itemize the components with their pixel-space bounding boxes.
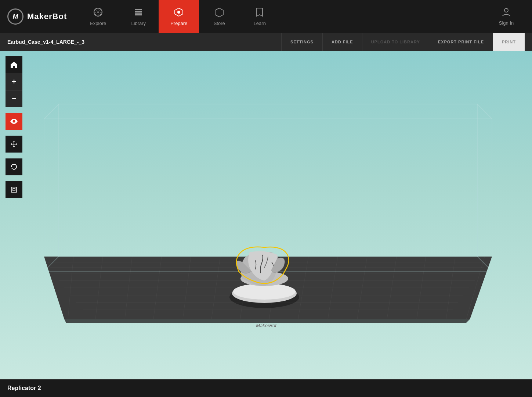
sign-in-button[interactable]: Sign In xyxy=(488,0,525,33)
box-left-face xyxy=(44,104,59,271)
move-icon xyxy=(10,140,18,148)
logo-area[interactable]: M MakerBot xyxy=(7,8,67,25)
svg-line-9 xyxy=(100,9,101,10)
nav-learn[interactable]: Learn xyxy=(239,0,280,33)
svg-point-17 xyxy=(504,8,508,12)
svg-line-6 xyxy=(95,9,97,10)
logo-icon: M xyxy=(7,8,23,25)
floor-grid xyxy=(44,257,492,319)
model-detail-2 xyxy=(264,257,268,268)
box-right-face xyxy=(477,104,492,271)
settings-button[interactable]: SETTINGS xyxy=(281,33,322,51)
svg-point-42 xyxy=(13,120,15,123)
sign-in-label: Sign In xyxy=(499,20,514,26)
svg-line-39 xyxy=(417,257,426,319)
svg-line-41 xyxy=(466,257,485,319)
zoom-in-button[interactable]: + xyxy=(6,73,22,90)
svg-line-33 xyxy=(240,257,250,319)
printer-name: Replicator 2 xyxy=(7,385,41,391)
model-shadow xyxy=(229,286,299,308)
move-button[interactable] xyxy=(6,136,22,153)
3d-viewport[interactable]: MakerBot + − xyxy=(0,51,532,379)
svg-point-1 xyxy=(97,11,99,13)
svg-line-35 xyxy=(298,257,308,319)
home-view-button[interactable] xyxy=(6,56,22,73)
model-body-base xyxy=(240,271,288,286)
library-label: Library xyxy=(131,21,146,26)
upload-library-button[interactable]: UPLOAD TO LIBRARY xyxy=(362,33,429,51)
svg-line-36 xyxy=(328,257,338,319)
svg-line-34 xyxy=(269,257,279,319)
model-body-light xyxy=(248,251,278,280)
watermark: MakerBot xyxy=(256,323,277,328)
status-bar: Replicator 2 xyxy=(0,379,532,397)
learn-icon xyxy=(255,7,264,18)
box-top-face xyxy=(44,104,492,119)
model-detail-3 xyxy=(255,260,256,269)
model-detail-1 xyxy=(260,255,263,273)
rotate-icon xyxy=(10,163,18,171)
library-icon xyxy=(134,7,143,18)
svg-rect-10 xyxy=(135,9,142,10)
svg-marker-43 xyxy=(11,141,17,147)
add-file-button[interactable]: ADD FILE xyxy=(322,33,362,51)
svg-rect-46 xyxy=(13,189,15,191)
eye-icon xyxy=(10,118,18,124)
view-controls: + − xyxy=(6,56,22,107)
svg-line-28 xyxy=(95,257,103,319)
svg-rect-45 xyxy=(11,187,17,192)
svg-line-32 xyxy=(211,257,220,319)
store-label: Store xyxy=(214,21,225,26)
svg-marker-16 xyxy=(215,8,223,17)
svg-line-7 xyxy=(100,14,101,15)
scale-icon xyxy=(10,186,18,194)
viewport-svg: MakerBot xyxy=(0,51,532,379)
floor-platform xyxy=(44,257,492,319)
svg-point-15 xyxy=(177,11,180,14)
nav-explore[interactable]: Explore xyxy=(78,0,118,33)
model-wing-right xyxy=(271,258,285,272)
svg-marker-44 xyxy=(11,168,13,169)
box-back-face xyxy=(59,104,477,257)
selection-outline xyxy=(236,247,289,283)
svg-line-40 xyxy=(446,257,455,319)
nav-items: Explore Library Prepare xyxy=(78,0,283,33)
explore-label: Explore xyxy=(90,21,106,26)
model-detail-4 xyxy=(272,262,274,271)
svg-line-8 xyxy=(95,14,97,15)
nav-store[interactable]: Store xyxy=(199,0,239,33)
home-icon xyxy=(10,61,18,69)
svg-line-27 xyxy=(68,257,73,319)
svg-line-30 xyxy=(153,257,162,319)
logo-letter: M xyxy=(13,13,18,21)
svg-rect-12 xyxy=(135,12,142,14)
sign-in-icon xyxy=(502,7,511,18)
svg-line-31 xyxy=(183,257,191,319)
rotate-button[interactable] xyxy=(6,158,22,175)
view-mode-button[interactable] xyxy=(6,113,22,130)
svg-line-29 xyxy=(125,257,132,319)
top-navigation: M MakerBot Explore xyxy=(0,0,532,33)
svg-line-37 xyxy=(357,257,367,319)
learn-label: Learn xyxy=(254,21,266,26)
floor-shadow xyxy=(64,319,470,323)
toolbar: Earbud_Case_v1-4_LARGE_-_3 SETTINGS ADD … xyxy=(0,33,532,51)
main-area: MakerBot + − xyxy=(0,51,532,379)
model-wing-left xyxy=(236,261,251,273)
svg-rect-11 xyxy=(135,11,142,12)
nav-library[interactable]: Library xyxy=(118,0,159,33)
store-icon xyxy=(214,7,224,18)
prepare-label: Prepare xyxy=(170,21,187,26)
svg-line-38 xyxy=(387,257,397,319)
file-name: Earbud_Case_v1-4_LARGE_-_3 xyxy=(7,39,281,45)
zoom-out-button[interactable]: − xyxy=(6,90,22,107)
left-tools: + − xyxy=(6,56,22,198)
model-body xyxy=(241,252,276,286)
model-base-top xyxy=(233,283,296,300)
app-title: MakerBot xyxy=(27,12,67,21)
nav-prepare[interactable]: Prepare xyxy=(159,0,199,33)
model-base xyxy=(232,284,297,303)
export-print-file-button[interactable]: EXPORT PRINT FILE xyxy=(429,33,493,51)
scale-button[interactable] xyxy=(6,181,22,198)
print-button[interactable]: PRINT xyxy=(493,33,525,51)
